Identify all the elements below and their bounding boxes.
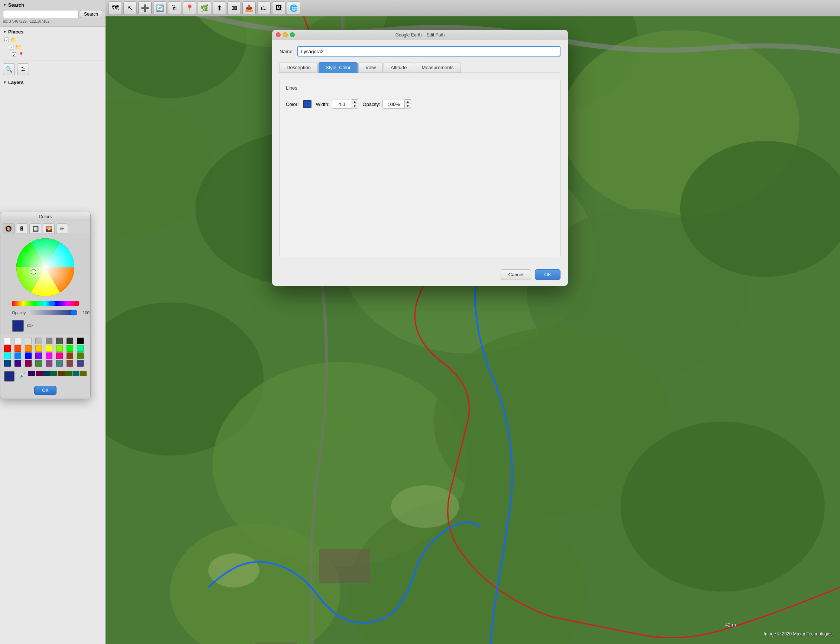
opacity-label: Opacity:: [363, 102, 381, 107]
tab-style-color[interactable]: Style, Color: [318, 62, 358, 73]
color-cell[interactable]: [77, 360, 84, 366]
color-cell[interactable]: [56, 338, 63, 344]
width-label: Width:: [316, 102, 330, 107]
colors-tab-wheel[interactable]: 🎨: [3, 223, 15, 234]
color-wheel-container[interactable]: [16, 238, 75, 297]
mini-swatch[interactable]: [80, 371, 87, 376]
edit-path-dialog: Google Earth – Edit Path Name: Descripti…: [272, 30, 568, 286]
maximize-button[interactable]: [290, 32, 295, 37]
colors-tab-pencils[interactable]: ✏: [56, 223, 68, 234]
opacity-panel-slider[interactable]: [29, 310, 77, 315]
dialog-body: Name: Description Style, Color View Alti…: [272, 40, 568, 269]
tab-measurements[interactable]: Measurements: [415, 62, 461, 73]
color-cell[interactable]: [46, 360, 52, 366]
color-cell[interactable]: [35, 360, 42, 366]
current-color-display[interactable]: [4, 371, 15, 381]
color-cell[interactable]: [35, 338, 42, 344]
name-input[interactable]: [297, 46, 561, 56]
color-cell[interactable]: [77, 353, 84, 359]
color-cell[interactable]: [56, 345, 63, 352]
mini-swatch[interactable]: [43, 371, 50, 376]
color-cell[interactable]: [56, 353, 63, 359]
svg-point-27: [16, 238, 74, 296]
colors-tab-image[interactable]: 🌄: [43, 223, 55, 234]
width-spinner: ▲ ▼: [332, 99, 358, 109]
colors-footer: OK: [0, 384, 90, 399]
width-input[interactable]: [332, 100, 352, 108]
colors-titlebar: Colors: [0, 212, 90, 221]
opacity-input[interactable]: [382, 100, 405, 108]
colors-panel: Colors 🎨 🎚 🔲 🌄 ✏: [0, 212, 91, 399]
dialog-overlay: Google Earth – Edit Path Name: Descripti…: [0, 0, 840, 644]
content-area: Lines Color: Width: ▲ ▼: [279, 79, 561, 257]
opacity-panel-label: Opacity: [12, 310, 26, 315]
color-grid: [0, 335, 90, 369]
color-cell[interactable]: [4, 353, 11, 359]
ok-button[interactable]: OK: [535, 269, 561, 280]
tabs-row: Description Style, Color View Altitude M…: [279, 62, 561, 73]
colors-ok-button[interactable]: OK: [34, 386, 56, 395]
hue-slider[interactable]: [12, 301, 79, 306]
width-spinner-btns: ▲ ▼: [352, 99, 358, 109]
color-cell[interactable]: [67, 353, 73, 359]
color-cell[interactable]: [46, 338, 52, 344]
mini-swatch[interactable]: [28, 371, 35, 376]
mini-swatch[interactable]: [36, 371, 43, 376]
color-cell[interactable]: [4, 338, 11, 344]
hue-slider-container: [12, 301, 79, 307]
tab-altitude[interactable]: Altitude: [384, 62, 414, 73]
tab-view[interactable]: View: [358, 62, 383, 73]
color-cell[interactable]: [46, 353, 52, 359]
dialog-titlebar: Google Earth – Edit Path: [272, 30, 568, 40]
opacity-row: Opacity 100%: [12, 310, 79, 317]
color-cell[interactable]: [67, 345, 73, 352]
color-cell[interactable]: [25, 338, 31, 344]
tab-description[interactable]: Description: [279, 62, 318, 73]
color-cell[interactable]: [67, 338, 73, 344]
colors-tabs: 🎨 🎚 🔲 🌄 ✏: [0, 221, 90, 234]
selected-color-swatch[interactable]: [12, 320, 24, 332]
color-cell[interactable]: [15, 353, 21, 359]
opacity-down-button[interactable]: ▼: [405, 104, 411, 108]
mini-swatch[interactable]: [50, 371, 57, 376]
color-cell[interactable]: [4, 345, 11, 352]
color-cell[interactable]: [4, 360, 11, 366]
colors-tab-sliders[interactable]: 🎚: [16, 223, 28, 234]
mini-swatches: [28, 371, 87, 381]
colors-tab-swatches[interactable]: 🔲: [30, 223, 41, 234]
pencil-icon[interactable]: ✏: [27, 321, 33, 330]
color-cell[interactable]: [15, 338, 21, 344]
color-cell[interactable]: [25, 345, 31, 352]
color-cell[interactable]: [67, 360, 73, 366]
mini-swatch[interactable]: [72, 371, 80, 376]
opacity-up-button[interactable]: ▲: [405, 100, 411, 104]
minimize-button[interactable]: [283, 32, 288, 37]
width-up-button[interactable]: ▲: [352, 100, 358, 104]
color-cell[interactable]: [46, 345, 52, 352]
color-label: Color:: [286, 102, 299, 107]
color-cell[interactable]: [15, 360, 21, 366]
color-cell[interactable]: [35, 353, 42, 359]
color-cell[interactable]: [25, 360, 31, 366]
traffic-lights: [276, 32, 295, 37]
color-cell[interactable]: [77, 345, 84, 352]
width-down-button[interactable]: ▼: [352, 104, 358, 108]
eyedropper-icon[interactable]: 💉: [16, 371, 27, 381]
color-cell[interactable]: [77, 338, 84, 344]
copyright-text: Image © 2020 Maxar Technologies: [764, 631, 833, 637]
lines-controls: Color: Width: ▲ ▼ Opacity:: [286, 99, 554, 109]
opacity-spinner: ▲ ▼: [382, 99, 411, 109]
color-cell[interactable]: [35, 345, 42, 352]
color-cell[interactable]: [15, 345, 21, 352]
name-label: Name:: [279, 49, 294, 54]
color-cell[interactable]: [25, 353, 31, 359]
width-group: Width: ▲ ▼: [316, 99, 358, 109]
mini-swatch[interactable]: [65, 371, 72, 376]
mini-swatch[interactable]: [57, 371, 65, 376]
color-swatch[interactable]: [303, 100, 312, 108]
color-wheel-svg[interactable]: [16, 238, 75, 297]
close-button[interactable]: [276, 32, 281, 37]
colors-title: Colors: [39, 214, 52, 219]
color-cell[interactable]: [56, 360, 63, 366]
cancel-button[interactable]: Cancel: [500, 269, 531, 280]
